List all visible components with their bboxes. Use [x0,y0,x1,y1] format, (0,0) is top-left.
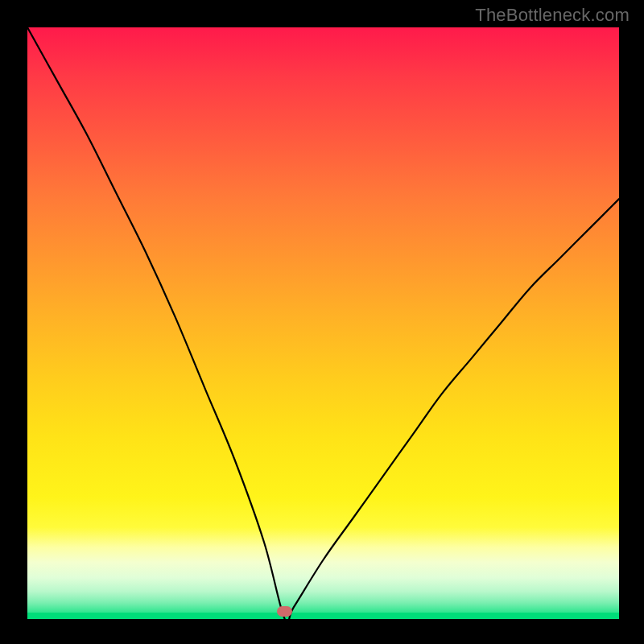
chart-frame: TheBottleneck.com [0,0,644,644]
optimal-point-marker [277,606,292,617]
watermark-text: TheBottleneck.com [475,5,630,26]
plot-area [27,27,619,619]
bottleneck-curve [27,27,619,619]
